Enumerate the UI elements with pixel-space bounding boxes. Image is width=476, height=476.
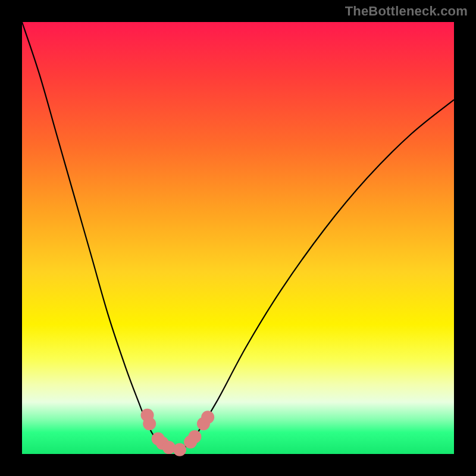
marker-point xyxy=(143,417,156,430)
chart-svg xyxy=(22,22,454,454)
marker-point xyxy=(188,430,201,443)
bottleneck-curve xyxy=(22,22,454,450)
watermark-text: TheBottleneck.com xyxy=(345,4,468,19)
chart-frame: TheBottleneck.com xyxy=(0,0,476,476)
marker-point xyxy=(162,441,176,454)
marker-point xyxy=(201,411,214,424)
marker-point xyxy=(173,443,186,456)
